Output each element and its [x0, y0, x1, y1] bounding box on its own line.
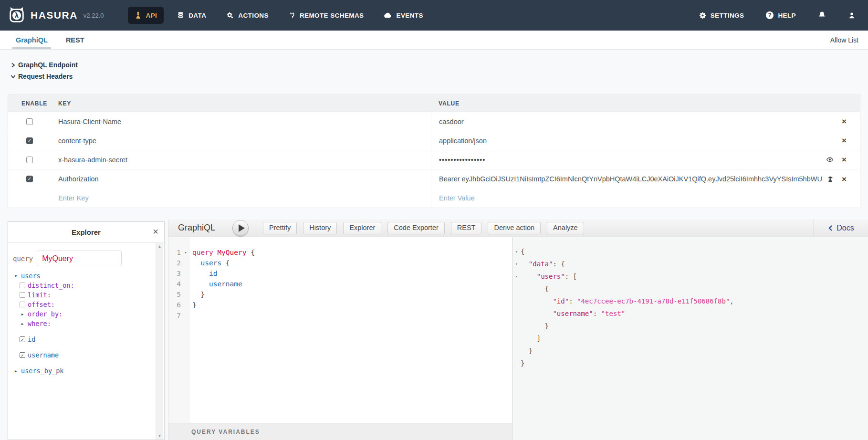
field-checkbox[interactable] — [20, 302, 25, 307]
response-line: { — [512, 283, 868, 295]
docs-button[interactable]: Docs — [814, 219, 868, 237]
line-number: 7 — [168, 310, 182, 321]
chevron-right-icon[interactable]: ▸ — [21, 321, 24, 327]
code-text: } — [521, 345, 533, 357]
field-checkbox[interactable] — [20, 283, 25, 288]
play-icon — [239, 224, 245, 232]
tree-item-users[interactable]: ▾users — [8, 271, 164, 281]
prettify-button[interactable]: Prettify — [263, 222, 297, 234]
nav-item-events[interactable]: EVENTS — [377, 7, 429, 24]
section-request-headers[interactable]: Request Headers — [8, 71, 78, 82]
response-lines: ▾{▾ "data": {▾ "users": [ { "id": "4ec7c… — [512, 237, 868, 369]
column-key: KEY — [51, 100, 431, 107]
scroll-down-icon[interactable]: ▼ — [156, 434, 163, 438]
new-header-value-input[interactable]: Enter Value — [431, 189, 860, 208]
nav-item-remote-schemas[interactable]: REMOTE SCHEMAS — [282, 7, 371, 24]
table-row: x-hasura-admin-secret••••••••••••••••× — [8, 150, 860, 169]
execute-query-button[interactable] — [232, 220, 249, 236]
tree-item-order_by[interactable]: ▸order_by: — [8, 309, 164, 319]
operation-row: query — [13, 251, 164, 266]
eye-icon[interactable] — [826, 156, 834, 163]
enable-checkbox[interactable]: ✓ — [26, 176, 33, 182]
field-checkbox[interactable] — [20, 292, 25, 298]
nav-item-help[interactable]: ?HELP — [765, 9, 797, 22]
tab-allow-list[interactable]: Allow List — [830, 36, 868, 44]
header-value[interactable]: •••••••••••••••• — [431, 150, 860, 169]
row-actions: × — [826, 169, 847, 189]
enable-checkbox[interactable] — [26, 118, 33, 125]
gears-icon — [226, 12, 234, 19]
nav-item-label: API — [146, 12, 157, 19]
tree-item-label: users — [21, 272, 41, 280]
user-icon — [848, 11, 856, 20]
table-row: ✓content-typeapplication/json× — [8, 131, 860, 150]
history-button[interactable]: History — [303, 222, 337, 234]
line-number: 4 — [168, 279, 182, 289]
explorer-button[interactable]: Explorer — [343, 222, 381, 234]
rest-button[interactable]: REST — [451, 222, 482, 234]
user-button[interactable] — [847, 9, 857, 22]
header-value[interactable]: Bearer eyJhbGciOiJSUzI1NiIsImtpZCI6ImNlc… — [431, 169, 860, 189]
fold-arrow-icon[interactable]: ▾ — [512, 258, 521, 270]
nav-item-api[interactable]: API — [128, 7, 164, 24]
fold-arrow-icon[interactable]: ▾ — [182, 247, 189, 258]
response-line: } — [512, 320, 868, 332]
fold-arrow-icon[interactable]: ▾ — [512, 270, 521, 283]
tab-graphiql[interactable]: GraphiQL — [16, 31, 48, 49]
derive-action-button[interactable]: Derive action — [488, 222, 541, 234]
close-icon[interactable]: × — [842, 136, 847, 145]
tree-item-distinct_on[interactable]: distinct_on: — [8, 281, 164, 290]
analyze-button[interactable]: Analyze — [547, 222, 584, 234]
close-icon[interactable]: × — [842, 117, 847, 126]
response-line: ▾ "data": { — [512, 258, 868, 270]
code-text: id — [189, 268, 217, 279]
enable-checkbox[interactable] — [26, 157, 33, 163]
code-exporter-button[interactable]: Code Exporter — [387, 222, 445, 234]
close-icon[interactable]: × — [842, 156, 847, 164]
explorer-scrollbar[interactable]: ▲ ▼ — [156, 243, 163, 440]
field-checkbox[interactable]: ✓ — [20, 336, 25, 342]
header-key[interactable]: content-type — [51, 137, 431, 145]
header-value[interactable]: casdoor — [431, 112, 860, 131]
tree-item-id[interactable]: ✓id — [8, 335, 164, 344]
toolbar-buttons: PrettifyHistoryExplorerCode ExporterREST… — [263, 222, 584, 234]
new-header-key-input[interactable]: Enter Key — [51, 194, 431, 202]
tree-item-limit[interactable]: limit: — [8, 290, 164, 300]
nav-item-actions[interactable]: ACTIONS — [220, 7, 275, 24]
close-icon[interactable]: × — [842, 175, 847, 183]
version-label: v2.22.0 — [84, 12, 104, 19]
tree-item-username[interactable]: ✓username — [8, 350, 164, 360]
bell-button[interactable] — [817, 8, 827, 22]
fold-arrow-icon[interactable]: ▾ — [512, 245, 521, 258]
response-line: "username": "test" — [512, 307, 868, 320]
tree-item-where[interactable]: ▸where: — [8, 319, 164, 328]
chevron-right-icon[interactable]: ▸ — [14, 368, 18, 374]
operation-name-input[interactable] — [37, 251, 122, 266]
tree-item-label: distinct_on: — [28, 282, 74, 289]
query-variables-bar[interactable]: QUERY VARIABLES — [168, 423, 512, 440]
chevron-down-icon[interactable]: ▾ — [14, 273, 18, 279]
tree-item-users_by_pk[interactable]: ▸users_by_pk — [8, 366, 164, 376]
nav-item-settings[interactable]: SETTINGS — [698, 9, 745, 22]
table-body: Hasura-Client-Namecasdoor×✓content-typea… — [8, 112, 860, 189]
nav-item-label: EVENTS — [396, 12, 423, 19]
chevron-right-icon[interactable]: ▸ — [21, 311, 24, 317]
section-graphql-endpoint[interactable]: GraphQL Endpoint — [8, 59, 78, 71]
enable-checkbox[interactable]: ✓ — [26, 137, 33, 144]
query-editor[interactable]: 1▾query MyQuery {2 users {3 id4 username… — [168, 237, 512, 423]
hasura-logo[interactable]: λ HASURA v2.22.0 — [0, 6, 104, 24]
header-key[interactable]: x-hasura-admin-secret — [51, 156, 431, 164]
tab-rest[interactable]: REST — [66, 31, 84, 49]
tree-item-offset[interactable]: offset: — [8, 300, 164, 309]
section-label: Request Headers — [18, 73, 73, 80]
field-checkbox[interactable]: ✓ — [20, 352, 25, 358]
header-key[interactable]: Authorization — [51, 175, 431, 183]
scroll-up-icon[interactable]: ▲ — [156, 244, 163, 249]
fold-gutter — [182, 258, 189, 268]
close-icon[interactable]: × — [153, 227, 158, 236]
nav-item-data[interactable]: DATA — [170, 7, 213, 24]
spy-icon[interactable] — [826, 175, 834, 183]
chevron-left-icon — [828, 225, 833, 231]
header-key[interactable]: Hasura-Client-Name — [51, 118, 431, 126]
header-value[interactable]: application/json — [431, 131, 860, 150]
